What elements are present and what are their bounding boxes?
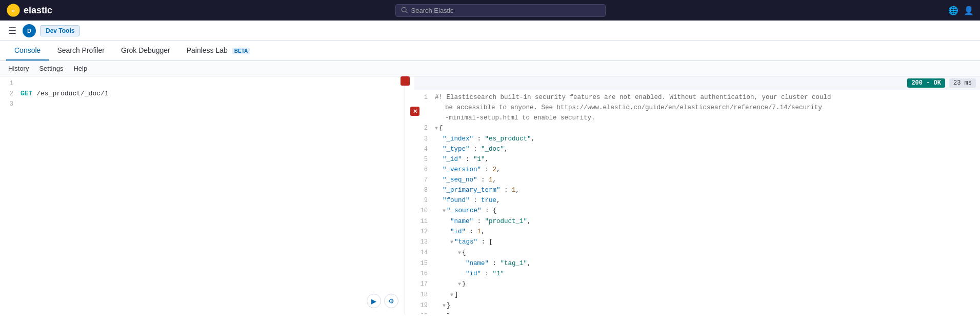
toolbar: History Settings Help [0, 61, 980, 76]
elastic-logo-icon: e [6, 3, 21, 17]
tab-search-profiler[interactable]: Search Profiler [49, 41, 113, 60]
main-content: 1 2 GET /es_product/_doc/1 3 ▶ ⚙ 200 - O… [0, 76, 980, 314]
editor-line-1: 1 [0, 78, 405, 89]
svg-point-2 [402, 7, 406, 12]
collapse-18[interactable]: ▼ [450, 290, 453, 300]
svg-text:e: e [12, 8, 15, 13]
resp-line-6: 6 "_version" : 2, [414, 165, 980, 175]
resp-line-5: 5 "_id" : "1", [414, 154, 980, 165]
resp-line-10: 10 ▼"_source" : { [414, 206, 980, 216]
status-badge: 200 - OK [907, 78, 945, 88]
resp-line-2: 2 ▼{ [414, 123, 980, 134]
resp-line-4: 4 "_type" : "_doc", [414, 144, 980, 154]
http-method: GET [21, 90, 32, 97]
settings-button[interactable]: Settings [37, 63, 65, 74]
line-num-3: 3 [0, 99, 18, 109]
resp-line-3: 3 "_index" : "es_product", [414, 134, 980, 144]
collapse-20[interactable]: ▼ [443, 312, 446, 314]
time-badge: 23 ms [949, 78, 976, 88]
collapse-17[interactable]: ▼ [458, 279, 461, 290]
error-icon [401, 76, 410, 86]
elastic-logo-text: elastic [24, 5, 52, 16]
beta-badge: BETA [232, 48, 250, 54]
resp-line-12: 12 "id" : 1, [414, 227, 980, 237]
response-pane[interactable]: 200 - OK 23 ms 1 #! Elasticsearch built-… [414, 76, 980, 314]
elastic-logo: e elastic [6, 3, 52, 17]
top-bar-right: 🌐 👤 [948, 6, 974, 15]
resp-line-8: 8 "_primary_term" : 1, [414, 185, 980, 195]
line-num-2: 2 [0, 89, 18, 99]
globe-icon[interactable]: 🌐 [948, 6, 958, 15]
response-comment-1: 1 #! Elasticsearch built-in security fea… [414, 92, 980, 103]
resp-line-14: 14 ▼{ [414, 248, 980, 258]
resp-line-15: 15 "name" : "tag_1", [414, 258, 980, 269]
collapse-13[interactable]: ▼ [450, 237, 453, 248]
search-bar-wrapper: Search Elastic [58, 4, 942, 17]
search-bar[interactable]: Search Elastic [395, 4, 606, 17]
response-header: 200 - OK 23 ms [414, 76, 980, 90]
run-button[interactable]: ▶ [367, 294, 381, 308]
tab-painless-lab[interactable]: Painless Lab BETA [178, 41, 259, 60]
editor-line-3: 3 [0, 99, 405, 109]
tab-bar: Console Search Profiler Grok Debugger Pa… [0, 41, 980, 61]
editor-line-2: 2 GET /es_product/_doc/1 [0, 89, 405, 99]
resp-line-11: 11 "name" : "product_1", [414, 216, 980, 227]
response-content: 1 #! Elasticsearch built-in security fea… [414, 90, 980, 314]
resp-line-18: 18 ▼] [414, 290, 980, 300]
resp-line-17: 17 ▼} [414, 279, 980, 290]
collapse-19[interactable]: ▼ [443, 301, 446, 311]
line-content-2: GET /es_product/_doc/1 [18, 89, 405, 99]
resp-line-13: 13 ▼"tags" : [ [414, 237, 980, 248]
top-bar: e elastic Search Elastic 🌐 👤 [0, 0, 980, 21]
secondary-bar: ☰ D Dev Tools [0, 21, 980, 41]
search-icon [401, 7, 408, 14]
menu-button[interactable]: ☰ [6, 23, 18, 38]
search-placeholder: Search Elastic [411, 7, 454, 14]
resp-line-9: 9 "found" : true, [414, 195, 980, 206]
editor-lines: 1 2 GET /es_product/_doc/1 3 [0, 76, 405, 111]
dev-tools-button[interactable]: Dev Tools [40, 25, 80, 36]
response-comment-2: be accessible to anyone. See https://www… [414, 103, 980, 113]
svg-line-3 [406, 11, 407, 13]
avatar: D [23, 24, 36, 37]
response-comment-3: -minimal-setup.html to enable security. [414, 113, 980, 123]
collapse-14[interactable]: ▼ [458, 248, 461, 258]
tools-button[interactable]: ⚙ [384, 294, 398, 308]
user-icon[interactable]: 👤 [964, 6, 974, 15]
tab-console[interactable]: Console [6, 41, 49, 60]
resp-line-20: 20 ▼} [414, 311, 980, 314]
resp-line-7: 7 "_seq_no" : 1, [414, 175, 980, 185]
editor-pane[interactable]: 1 2 GET /es_product/_doc/1 3 ▶ ⚙ [0, 76, 405, 314]
collapse-10[interactable]: ▼ [443, 206, 446, 216]
resp-line-16: 16 "id" : "1" [414, 269, 980, 279]
help-button[interactable]: Help [71, 63, 89, 74]
editor-actions: ▶ ⚙ [367, 294, 398, 308]
history-button[interactable]: History [6, 63, 31, 74]
collapse-2[interactable]: ▼ [435, 124, 438, 134]
line-num-1: 1 [0, 78, 18, 89]
resp-line-19: 19 ▼} [414, 300, 980, 311]
tab-grok-debugger[interactable]: Grok Debugger [113, 41, 178, 60]
